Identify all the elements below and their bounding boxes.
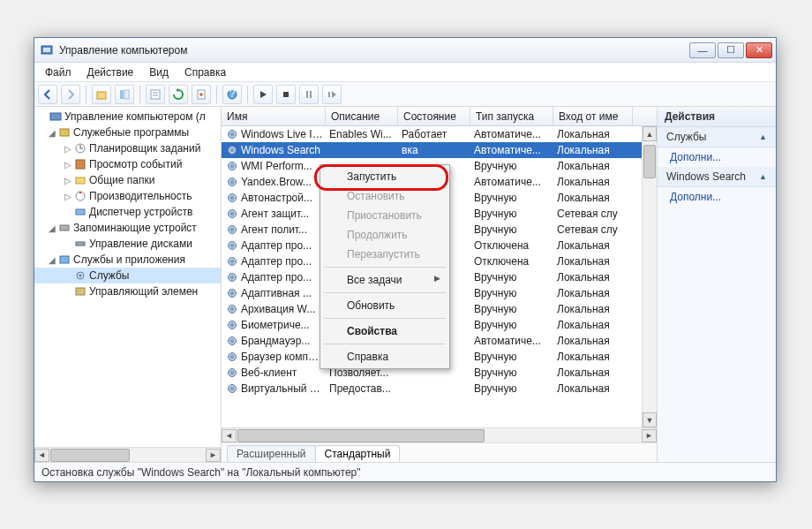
column-description[interactable]: Описание [326,107,398,125]
svg-rect-1 [43,48,50,52]
cell-name: Адаптер про... [241,255,329,268]
column-startup[interactable]: Тип запуска [470,107,553,125]
svg-rect-30 [76,288,85,295]
start-service-button[interactable] [253,85,273,104]
ctx-all-tasks[interactable]: Все задачи▶ [322,270,447,290]
service-row[interactable]: Виртуальный дискПредостав...ВручнуюЛокал… [222,381,657,397]
up-button[interactable] [92,85,111,104]
svg-point-38 [231,181,234,184]
tree-wmi-control[interactable]: Управляющий элемен [34,283,221,299]
menu-file[interactable]: Файл [38,64,79,80]
svg-point-60 [231,356,234,359]
window-title: Управление компьютером [59,44,689,57]
gear-icon [225,318,239,332]
ctx-stop[interactable]: Остановить [322,186,447,206]
gear-icon [225,207,239,221]
ctx-separator [324,344,446,344]
console-tree[interactable]: Управление компьютером (л ◢Служебные про… [34,107,221,447]
ctx-resume[interactable]: Продолжить [322,225,447,245]
column-logon[interactable]: Вход от име [553,107,633,125]
tree-performance[interactable]: ▷Производительность [34,188,221,204]
menu-help[interactable]: Справка [177,64,233,80]
cell-name: WMI Perform... [241,160,329,172]
svg-rect-21 [76,178,85,184]
actions-section-selected[interactable]: Windows Search▲ [658,167,776,187]
cell-startup: Отключена [474,239,557,252]
ctx-properties[interactable]: Свойства [322,321,447,341]
stop-service-button[interactable] [276,85,296,104]
ctx-restart[interactable]: Перезапустить [322,245,447,264]
restart-service-button[interactable] [322,85,342,104]
tree-disk-management[interactable]: Управление дисками [34,236,221,252]
ctx-start[interactable]: Запустить [322,167,447,186]
cell-logon: Локальная [557,287,636,299]
pause-service-button[interactable] [299,85,319,104]
tree-services[interactable]: Службы [34,268,221,283]
cell-logon: Локальная [557,160,636,172]
context-menu: Запустить Остановить Приостановить Продо… [320,164,450,369]
ctx-refresh[interactable]: Обновить [322,296,447,315]
actions-section-services[interactable]: Службы▲ [658,127,776,147]
ctx-help[interactable]: Справка [322,347,447,367]
cell-name: Виртуальный диск [241,382,329,395]
actions-more-2[interactable]: Дополни... [658,187,776,207]
cell-logon: Локальная [557,319,636,331]
back-button[interactable] [38,85,57,104]
tree-device-manager[interactable]: Диспетчер устройств [34,204,221,220]
svg-point-42 [231,213,234,215]
actions-more-1[interactable]: Дополни... [658,147,776,167]
tree-root[interactable]: Управление компьютером (л [34,109,221,125]
svg-rect-16 [60,129,69,136]
svg-rect-25 [60,225,69,230]
properties-button[interactable] [146,85,165,104]
service-row[interactable]: Windows Live ID S...Enables Wi...Работае… [222,126,657,142]
column-name[interactable]: Имя [222,107,326,125]
menu-view[interactable]: Вид [142,64,176,80]
ctx-pause[interactable]: Приостановить [322,206,447,225]
refresh-button[interactable] [169,85,188,104]
column-status[interactable]: Состояние [398,107,470,125]
gear-icon [225,159,239,173]
gear-icon [225,191,239,205]
show-hide-button[interactable] [115,85,134,104]
tree-storage[interactable]: ◢Запоминающие устройст [34,220,221,236]
list-horizontal-scrollbar[interactable]: ◄► [222,427,657,442]
titlebar[interactable]: Управление компьютером — ☐ ✕ [34,38,776,63]
tab-extended[interactable]: Расширенный [227,445,316,462]
help-button[interactable]: ? [222,85,242,104]
forward-button[interactable] [61,85,80,104]
svg-point-32 [231,133,234,136]
cell-name: Браузер компьют... [241,351,329,363]
collapse-icon: ▲ [759,132,767,141]
cell-name: Архивация W... [241,303,329,315]
tree-system-tools[interactable]: ◢Служебные программы [34,125,221,140]
cell-desc: Предостав... [329,382,402,395]
list-vertical-scrollbar[interactable]: ▲ ▼ [642,126,657,427]
tree-task-scheduler[interactable]: ▷Планировщик заданий [34,140,221,156]
cell-name: Автонастрой... [241,192,329,204]
maximize-button[interactable]: ☐ [718,42,744,58]
gear-icon [225,382,239,396]
tree-horizontal-scrollbar[interactable]: ◄► [34,447,221,462]
svg-point-58 [231,340,234,343]
svg-rect-12 [306,91,308,98]
cell-startup: Вручную [474,303,557,315]
tree-event-viewer[interactable]: ▷Просмотр событий [34,156,221,172]
export-button[interactable] [192,85,211,104]
svg-point-64 [231,388,234,390]
view-tabs: Расширенный Стандартный [222,442,657,462]
tree-services-apps[interactable]: ◢Службы и приложения [34,252,221,268]
minimize-button[interactable]: — [689,42,716,58]
collapse-icon: ▲ [759,172,767,181]
close-button[interactable]: ✕ [746,42,772,58]
ctx-separator [324,318,446,319]
service-row[interactable]: Windows SearchвкаАвтоматиче...Локальная [222,142,657,158]
cell-startup: Вручную [474,271,557,283]
svg-rect-14 [328,92,330,97]
tab-standard[interactable]: Стандартный [315,445,401,462]
svg-rect-2 [97,92,106,99]
tree-shared-folders[interactable]: ▷Общие папки [34,172,221,188]
actions-panel: Действия Службы▲ Дополни... Windows Sear… [658,107,776,462]
menu-action[interactable]: Действие [80,64,141,80]
svg-point-54 [231,308,234,311]
